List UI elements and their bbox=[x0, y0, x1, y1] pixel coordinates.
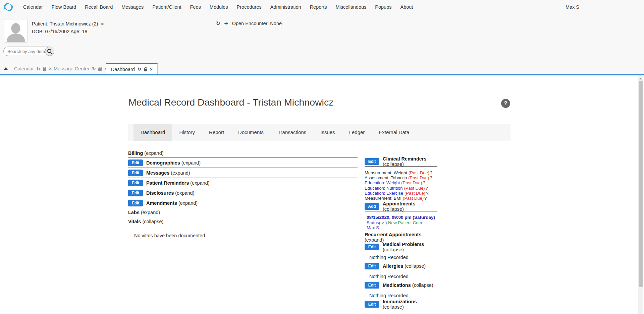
appointment-status-line[interactable]: Status( > ) New Patient Com bbox=[367, 220, 437, 226]
search-input[interactable] bbox=[4, 49, 45, 54]
edit-button[interactable]: Edit bbox=[128, 180, 143, 186]
navtab-dashboard[interactable]: Dashboard bbox=[133, 124, 172, 141]
edit-button[interactable]: Edit bbox=[365, 244, 379, 250]
section-toggle[interactable]: (collapse) bbox=[383, 162, 404, 167]
patient-name-label[interactable]: Patient: Tristan Michnowicz (2) bbox=[32, 20, 98, 28]
menu-popups[interactable]: Popups bbox=[371, 4, 396, 10]
tab-dashboard[interactable]: Dashboard ↻ × bbox=[106, 63, 158, 74]
navtab-ledger[interactable]: Ledger bbox=[342, 124, 372, 141]
menu-miscellaneous[interactable]: Miscellaneous bbox=[331, 4, 371, 10]
section-toggle[interactable]: (expand) bbox=[141, 210, 160, 215]
menu-patient-client[interactable]: Patient/Client bbox=[148, 4, 185, 10]
menu-recall-board[interactable]: Recall Board bbox=[80, 4, 117, 10]
edit-button[interactable]: Edit bbox=[365, 301, 379, 308]
search-button[interactable] bbox=[45, 47, 54, 56]
edit-button[interactable]: Edit bbox=[365, 263, 379, 269]
close-icon[interactable]: × bbox=[150, 67, 153, 72]
section-label[interactable]: Appointments bbox=[383, 201, 415, 206]
refresh-icon[interactable]: ↻ bbox=[92, 66, 96, 71]
collapse-tabs-icon[interactable] bbox=[4, 67, 8, 70]
add-button[interactable]: Add bbox=[365, 203, 379, 210]
menu-flow-board[interactable]: Flow Board bbox=[47, 4, 80, 10]
clinical-reminder-item[interactable]: Education: Weight(Past Due)? bbox=[365, 180, 437, 185]
edit-button[interactable]: Edit bbox=[128, 190, 143, 196]
navtab-report[interactable]: Report bbox=[202, 124, 231, 141]
section-labs[interactable]: Labs (expand) bbox=[128, 209, 358, 216]
appointment-provider[interactable]: Max S bbox=[367, 225, 437, 231]
section-billing[interactable]: Billing (expand) bbox=[128, 150, 358, 156]
section-toggle[interactable]: (collapse) bbox=[412, 282, 433, 288]
section-toggle[interactable]: (collapse) bbox=[383, 247, 404, 252]
menu-calendar[interactable]: Calendar bbox=[19, 4, 47, 10]
section-label[interactable]: Labs bbox=[128, 210, 140, 215]
menu-about[interactable]: About bbox=[396, 4, 418, 10]
edit-button[interactable]: Edit bbox=[128, 160, 143, 166]
section-messages[interactable]: Edit Messages (expand) bbox=[128, 169, 358, 177]
menu-fees[interactable]: Fees bbox=[186, 4, 205, 10]
navtab-external-data[interactable]: External Data bbox=[372, 124, 416, 141]
user-menu[interactable]: Max S bbox=[566, 4, 579, 10]
menu-messages[interactable]: Messages bbox=[117, 4, 148, 10]
section-amendments[interactable]: Edit Amendments (expand) bbox=[128, 199, 358, 207]
openemr-logo-icon[interactable] bbox=[4, 3, 13, 11]
unlock-icon[interactable] bbox=[98, 68, 102, 71]
scrollbar-thumb[interactable] bbox=[639, 81, 643, 287]
section-label[interactable]: Patient Reminders bbox=[146, 180, 189, 186]
section-toggle[interactable]: (collapse) bbox=[383, 206, 404, 212]
section-label[interactable]: Demographics bbox=[146, 160, 180, 166]
section-label[interactable]: Medications bbox=[383, 282, 411, 288]
section-toggle[interactable]: (expand) bbox=[190, 180, 209, 186]
section-medications[interactable]: Edit Medications (collapse) bbox=[365, 281, 437, 289]
section-toggle[interactable]: (collapse) bbox=[142, 219, 163, 224]
vertical-scrollbar[interactable] bbox=[638, 76, 643, 314]
section-label[interactable]: Amendments bbox=[146, 200, 177, 206]
section-patient-reminders[interactable]: Edit Patient Reminders (expand) bbox=[128, 179, 358, 187]
section-toggle[interactable]: (expand) bbox=[178, 200, 198, 206]
close-patient-icon[interactable]: × bbox=[101, 20, 104, 28]
reminder-help-link[interactable]: ? bbox=[426, 191, 428, 196]
section-label[interactable]: Vitals bbox=[128, 219, 141, 224]
menu-procedures[interactable]: Procedures bbox=[232, 4, 266, 10]
refresh-encounter-icon[interactable]: ↻ bbox=[216, 20, 220, 26]
reminder-help-link[interactable]: ? bbox=[423, 180, 425, 185]
section-toggle[interactable]: (collapse) bbox=[383, 304, 404, 310]
tab-message-center[interactable]: Message Center ↻ × bbox=[49, 63, 112, 74]
appointment-date-link[interactable]: 08/15/2020, 09:00 pm (Saturday) bbox=[367, 215, 437, 220]
patient-avatar[interactable] bbox=[4, 19, 28, 43]
reminder-link[interactable]: Education: Weight bbox=[365, 180, 400, 185]
clinical-reminder-item[interactable]: Assessment: Tobacco(Past Due)? bbox=[365, 175, 437, 180]
section-disclosures[interactable]: Edit Disclosures (expand) bbox=[128, 189, 358, 197]
navtab-transactions[interactable]: Transactions bbox=[271, 124, 313, 141]
scroll-up-icon[interactable] bbox=[638, 76, 643, 81]
section-toggle[interactable]: (expand) bbox=[144, 150, 163, 156]
edit-button[interactable]: Edit bbox=[365, 282, 379, 289]
section-label[interactable]: Immunizations bbox=[383, 299, 417, 304]
reminder-link[interactable]: Education: Nutrition bbox=[365, 186, 402, 191]
section-label[interactable]: Disclosures bbox=[146, 190, 174, 196]
clinical-reminder-item[interactable]: Education: Nutrition(Past Due)? bbox=[365, 186, 437, 191]
edit-button[interactable]: Edit bbox=[128, 200, 143, 206]
unlock-icon[interactable] bbox=[144, 69, 147, 71]
section-label[interactable]: Recurrent Appointments bbox=[365, 232, 421, 237]
section-vitals[interactable]: Vitals (collapse) bbox=[128, 218, 358, 225]
section-label[interactable]: Clinical Reminders bbox=[383, 156, 427, 162]
section-label[interactable]: Messages bbox=[146, 170, 169, 176]
edit-button[interactable]: Edit bbox=[128, 170, 143, 176]
section-toggle[interactable]: (collapse) bbox=[405, 263, 426, 269]
reminder-help-link[interactable]: ? bbox=[430, 170, 432, 175]
menu-modules[interactable]: Modules bbox=[205, 4, 232, 10]
reminder-link[interactable]: Education: Exercise bbox=[365, 191, 403, 196]
section-allergies[interactable]: Edit Allergies (collapse) bbox=[365, 262, 437, 270]
refresh-icon[interactable]: ↻ bbox=[138, 67, 141, 72]
navtab-issues[interactable]: Issues bbox=[313, 124, 342, 141]
section-toggle[interactable]: (expand) bbox=[365, 237, 384, 243]
section-demographics[interactable]: Edit Demographics (expand) bbox=[128, 159, 358, 167]
navtab-documents[interactable]: Documents bbox=[231, 124, 271, 141]
new-encounter-icon[interactable]: + bbox=[224, 21, 228, 26]
unlock-icon[interactable] bbox=[43, 68, 46, 71]
reminder-help-link[interactable]: ? bbox=[426, 186, 428, 191]
section-toggle[interactable]: (expand) bbox=[175, 190, 194, 196]
section-immunizations[interactable]: Edit Immunizations (collapse) bbox=[365, 301, 437, 308]
section-label[interactable]: Allergies bbox=[383, 263, 403, 269]
reminder-help-link[interactable]: ? bbox=[424, 196, 427, 201]
